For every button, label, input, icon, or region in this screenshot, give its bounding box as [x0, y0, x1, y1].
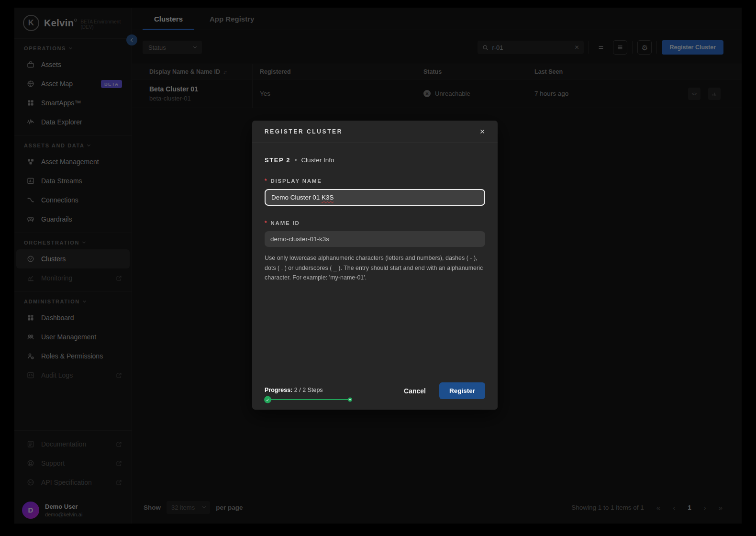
modal-footer: Progress: 2 / 2 Steps ✓ Cancel Register: [252, 382, 498, 410]
name-id-label: * NAME ID: [265, 220, 485, 226]
modal-title: REGISTER CLUSTER: [265, 128, 343, 135]
display-name-label: * DISPLAY NAME: [265, 178, 485, 184]
cancel-button[interactable]: Cancel: [404, 387, 426, 395]
name-id-input[interactable]: [265, 231, 485, 247]
display-name-input[interactable]: Demo Cluster 01 K3S: [265, 189, 485, 206]
step-bullet: •: [295, 157, 297, 164]
required-asterisk: *: [265, 220, 267, 226]
progress-indicator: Progress: 2 / 2 Steps ✓: [265, 387, 375, 400]
name-id-helper-text: Use only lowercase alphanumeric characte…: [265, 253, 485, 283]
step-label: STEP 2: [265, 156, 290, 164]
modal-header: REGISTER CLUSTER ✕: [252, 121, 498, 143]
modal-body: STEP 2 • Cluster Info * DISPLAY NAME Dem…: [252, 143, 498, 283]
progress-step-done-icon: ✓: [264, 396, 271, 403]
step-indicator: STEP 2 • Cluster Info: [265, 156, 485, 164]
display-name-value: Demo Cluster 01: [271, 194, 322, 201]
display-name-misspelled: K3S: [322, 194, 334, 201]
progress-value: 2 / 2 Steps: [292, 387, 322, 393]
progress-label: Progress:: [265, 387, 292, 393]
register-button[interactable]: Register: [439, 382, 485, 399]
progress-step-current-icon: [348, 398, 352, 402]
required-asterisk: *: [265, 178, 267, 184]
progress-track: ✓: [267, 399, 349, 400]
close-icon[interactable]: ✕: [479, 128, 485, 135]
step-name: Cluster Info: [301, 156, 334, 164]
register-cluster-modal: REGISTER CLUSTER ✕ STEP 2 • Cluster Info…: [252, 121, 498, 410]
